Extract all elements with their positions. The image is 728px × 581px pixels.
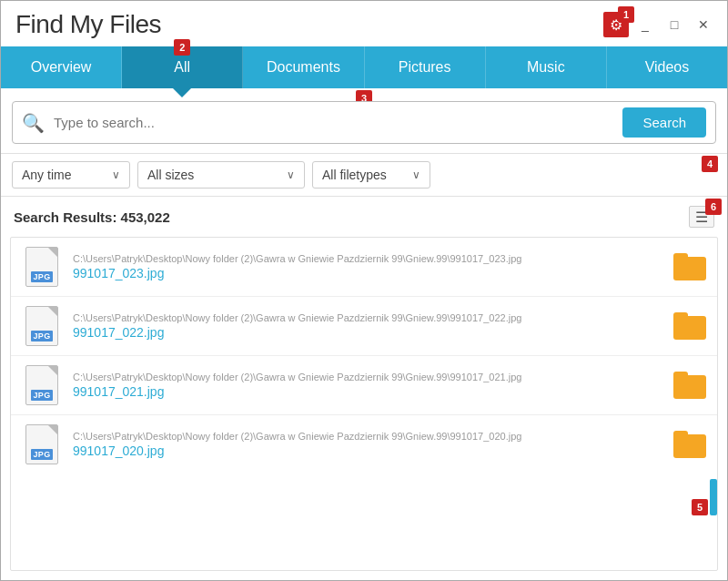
file-path: C:\Users\Patryk\Desktop\Nowy folder (2)\… — [73, 431, 662, 442]
file-info: C:\Users\Patryk\Desktop\Nowy folder (2)\… — [73, 312, 662, 340]
file-name[interactable]: 991017_022.jpg — [73, 325, 662, 340]
file-type-label: JPG — [31, 449, 54, 460]
window-controls: 1 ⚙ _ □ ✕ — [603, 12, 716, 37]
filter-time[interactable]: Any time Today This week This month This… — [12, 161, 130, 189]
file-path: C:\Users\Patryk\Desktop\Nowy folder (2)\… — [73, 253, 662, 264]
file-info: C:\Users\Patryk\Desktop\Nowy folder (2)\… — [73, 253, 662, 280]
file-path: C:\Users\Patryk\Desktop\Nowy folder (2)\… — [73, 372, 662, 382]
filter-filetype[interactable]: All filetypes Images Documents Music Vid… — [312, 161, 430, 189]
list-item: JPG C:\Users\Patryk\Desktop\Nowy folder … — [11, 356, 717, 415]
file-info: C:\Users\Patryk\Desktop\Nowy folder (2)\… — [73, 431, 662, 458]
chevron-down-icon: ∨ — [412, 168, 420, 181]
tab-overview[interactable]: Overview — [1, 46, 122, 88]
file-icon-wrap: JPG — [22, 424, 62, 464]
file-path: C:\Users\Patryk\Desktop\Nowy folder (2)\… — [73, 312, 662, 323]
filter-time-select[interactable]: Any time Today This week This month This… — [22, 168, 106, 182]
search-input[interactable] — [54, 115, 622, 130]
filter-size-select[interactable]: All sizes Tiny (0-10 KB) Small (10-100 K… — [147, 168, 281, 182]
file-icon-wrap: JPG — [22, 306, 62, 346]
title-bar: Find My Files 1 ⚙ _ □ ✕ — [1, 1, 727, 46]
file-type-label: JPG — [31, 271, 54, 282]
list-item: JPG C:\Users\Patryk\Desktop\Nowy folder … — [11, 415, 717, 474]
file-type-label: JPG — [31, 331, 54, 341]
folder-icon — [673, 253, 706, 280]
badge-5: 5 — [692, 499, 708, 515]
results-header: Search Results: 453,022 6 ☰ — [1, 197, 727, 237]
file-doc-icon: JPG — [25, 306, 58, 346]
tab-videos[interactable]: Videos — [607, 46, 727, 88]
filter-size[interactable]: All sizes Tiny (0-10 KB) Small (10-100 K… — [137, 161, 305, 189]
badge-6: 6 — [705, 199, 722, 215]
tab-documents[interactable]: Documents — [243, 46, 364, 88]
folder-icon-wrap[interactable] — [673, 372, 706, 399]
file-icon-wrap: JPG — [22, 365, 62, 405]
app-title: Find My Files — [15, 10, 161, 39]
tab-music[interactable]: Music — [486, 46, 607, 88]
filters-bar: Any time Today This week This month This… — [1, 154, 727, 197]
search-button[interactable]: Search — [622, 107, 706, 138]
list-item: JPG C:\Users\Patryk\Desktop\Nowy folder … — [11, 238, 717, 297]
filter-filetype-select[interactable]: All filetypes Images Documents Music Vid… — [322, 168, 407, 182]
folder-icon-wrap[interactable] — [673, 431, 706, 458]
view-toggle: 6 ☰ — [689, 206, 714, 228]
badge-4: 4 — [702, 156, 718, 172]
chevron-down-icon: ∨ — [112, 168, 120, 181]
search-area: 3 🔍 Search — [1, 88, 727, 154]
file-name[interactable]: 991017_021.jpg — [73, 384, 662, 399]
file-doc-icon: JPG — [25, 365, 58, 405]
close-button[interactable]: ✕ — [691, 12, 716, 37]
file-doc-icon: JPG — [25, 424, 58, 464]
results-count: Search Results: 453,022 — [14, 209, 170, 225]
folder-icon-wrap[interactable] — [673, 312, 706, 340]
file-doc-icon: JPG — [25, 247, 58, 287]
tab-all[interactable]: 2 All — [122, 46, 243, 88]
folder-icon — [673, 372, 706, 399]
file-type-label: JPG — [31, 390, 54, 401]
chevron-down-icon: ∨ — [287, 168, 295, 181]
scroll-indicator[interactable] — [710, 479, 717, 515]
folder-icon — [673, 431, 706, 458]
app-window: Find My Files 1 ⚙ _ □ ✕ Overview 2 All D… — [0, 0, 728, 581]
folder-icon — [673, 312, 706, 340]
search-box: 🔍 Search — [12, 101, 716, 144]
file-name[interactable]: 991017_023.jpg — [73, 266, 662, 280]
maximize-button[interactable]: □ — [662, 12, 687, 37]
folder-icon-wrap[interactable] — [673, 253, 706, 280]
badge-2: 2 — [174, 39, 190, 56]
search-icon: 🔍 — [22, 112, 45, 134]
list-item: JPG C:\Users\Patryk\Desktop\Nowy folder … — [11, 297, 717, 356]
minimize-button[interactable]: _ — [632, 12, 658, 37]
nav-tabs: Overview 2 All Documents Pictures Music … — [1, 46, 727, 88]
file-info: C:\Users\Patryk\Desktop\Nowy folder (2)\… — [73, 372, 662, 399]
results-number: 453,022 — [121, 209, 170, 225]
badge-1: 1 — [618, 6, 634, 23]
file-list: 5 JPG C:\Users\Patryk\Desktop\Nowy folde… — [10, 237, 718, 571]
tab-pictures[interactable]: Pictures — [365, 46, 486, 88]
file-icon-wrap: JPG — [22, 247, 62, 287]
file-name[interactable]: 991017_020.jpg — [73, 443, 662, 458]
